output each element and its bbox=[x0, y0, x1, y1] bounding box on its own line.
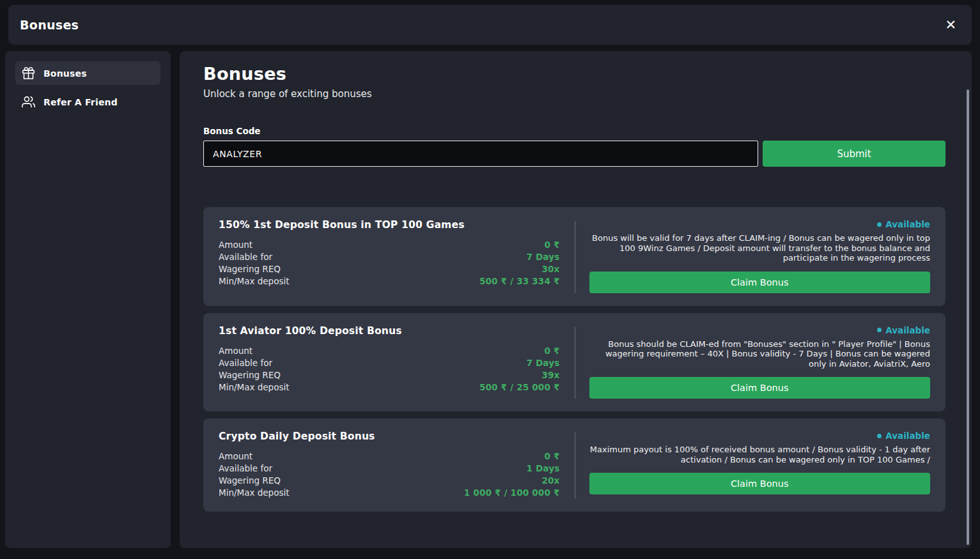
bonus-card-list: 150% 1st Deposit Bonus in TOP 100 Games … bbox=[203, 207, 945, 512]
status-badge: Available bbox=[877, 325, 930, 335]
bonus-card-details: Crypto Daily Deposit Bonus Amount 0 ₹ Av… bbox=[219, 431, 560, 499]
stat-row: Wagering REQ 39x bbox=[219, 369, 560, 381]
bonus-card-details: 1st Aviator 100% Deposit Bonus Amount 0 … bbox=[219, 325, 560, 399]
stat-value: 500 ₹ / 25 000 ₹ bbox=[479, 381, 560, 394]
sidebar-item-refer-a-friend[interactable]: Refer A Friend bbox=[15, 90, 160, 114]
stat-value: 1 000 ₹ / 100 000 ₹ bbox=[464, 487, 560, 499]
status-badge: Available bbox=[877, 431, 930, 441]
submit-button[interactable]: Submit bbox=[763, 141, 945, 167]
bonus-code-input[interactable] bbox=[203, 141, 758, 167]
stat-label: Min/Max deposit bbox=[219, 381, 290, 394]
status-dot-icon bbox=[877, 222, 882, 227]
claim-bonus-button[interactable]: Claim Bonus bbox=[589, 473, 931, 494]
stat-value: 39x bbox=[541, 369, 559, 381]
bonus-card-title: 150% 1st Deposit Bonus in TOP 100 Games bbox=[219, 219, 560, 231]
stat-row: Amount 0 ₹ bbox=[219, 450, 560, 463]
bonus-card-title: Crypto Daily Deposit Bonus bbox=[219, 431, 560, 442]
bonus-card-actions: Available Maximum payout is 100% of rece… bbox=[589, 431, 931, 499]
stat-value: 7 Days bbox=[526, 251, 559, 263]
status-label: Available bbox=[885, 431, 930, 441]
sidebar-item-label: Bonuses bbox=[43, 68, 87, 79]
stat-label: Amount bbox=[219, 239, 253, 251]
modal-title: Bonuses bbox=[20, 18, 79, 32]
stat-label: Amount bbox=[219, 450, 253, 463]
stat-value: 500 ₹ / 33 334 ₹ bbox=[479, 275, 560, 287]
status-dot-icon bbox=[877, 328, 882, 332]
scrollbar[interactable] bbox=[967, 89, 969, 545]
bonuses-panel: Bonuses Unlock a range of exciting bonus… bbox=[180, 51, 972, 548]
bonus-code-row: Submit bbox=[203, 141, 945, 167]
sidebar: Bonuses Refer A Friend bbox=[5, 51, 171, 548]
stat-label: Available for bbox=[219, 357, 272, 369]
gift-icon bbox=[22, 66, 35, 80]
bonus-description: Maximum payout is 100% of received bonus… bbox=[589, 445, 931, 464]
users-icon bbox=[22, 95, 35, 109]
bonus-code-label: Bonus Code bbox=[203, 126, 945, 136]
bonus-card-title: 1st Aviator 100% Deposit Bonus bbox=[219, 325, 560, 337]
stat-value: 0 ₹ bbox=[544, 239, 559, 251]
status-label: Available bbox=[885, 219, 930, 229]
stat-value: 1 Days bbox=[526, 463, 559, 475]
stat-label: Amount bbox=[219, 345, 253, 357]
stat-row: Min/Max deposit 1 000 ₹ / 100 000 ₹ bbox=[219, 487, 560, 499]
stat-label: Available for bbox=[219, 463, 272, 475]
stat-row: Min/Max deposit 500 ₹ / 33 334 ₹ bbox=[219, 275, 560, 287]
stat-row: Min/Max deposit 500 ₹ / 25 000 ₹ bbox=[219, 381, 560, 394]
stat-label: Min/Max deposit bbox=[219, 275, 290, 287]
stat-label: Wagering REQ bbox=[219, 369, 281, 381]
claim-bonus-button[interactable]: Claim Bonus bbox=[589, 272, 931, 293]
stat-row: Amount 0 ₹ bbox=[219, 239, 560, 251]
stat-row: Available for 1 Days bbox=[219, 463, 560, 475]
bonus-card-details: 150% 1st Deposit Bonus in TOP 100 Games … bbox=[219, 219, 560, 293]
stat-row: Wagering REQ 20x bbox=[219, 475, 560, 487]
stat-label: Min/Max deposit bbox=[219, 487, 290, 499]
bonus-card: Crypto Daily Deposit Bonus Amount 0 ₹ Av… bbox=[203, 418, 945, 512]
card-divider bbox=[575, 221, 575, 293]
status-dot-icon bbox=[877, 434, 882, 438]
stat-label: Wagering REQ bbox=[219, 263, 281, 275]
status-badge: Available bbox=[877, 219, 930, 229]
page-title: Bonuses bbox=[203, 64, 945, 84]
stat-value: 20x bbox=[541, 475, 559, 487]
close-icon[interactable]: ✕ bbox=[945, 19, 956, 32]
status-label: Available bbox=[885, 325, 930, 335]
stat-value: 0 ₹ bbox=[544, 450, 559, 463]
stat-row: Available for 7 Days bbox=[219, 251, 560, 263]
stat-value: 7 Days bbox=[526, 357, 559, 369]
bonus-description: Bonus should be CLAIM-ed from "Bonuses" … bbox=[589, 339, 931, 369]
page-subtitle: Unlock a range of exciting bonuses bbox=[203, 88, 945, 100]
bonus-card-actions: Available Bonus will be valid for 7 days… bbox=[589, 219, 931, 293]
stat-label: Available for bbox=[219, 251, 272, 263]
stat-value: 0 ₹ bbox=[544, 345, 559, 357]
stat-value: 30x bbox=[541, 263, 559, 275]
stat-row: Available for 7 Days bbox=[219, 357, 560, 369]
stat-row: Amount 0 ₹ bbox=[219, 345, 560, 357]
claim-bonus-button[interactable]: Claim Bonus bbox=[589, 377, 931, 399]
modal-header: Bonuses ✕ bbox=[8, 5, 972, 45]
bonus-description: Bonus will be valid for 7 days after CLA… bbox=[589, 233, 931, 263]
stat-row: Wagering REQ 30x bbox=[219, 263, 560, 275]
sidebar-item-bonuses[interactable]: Bonuses bbox=[15, 61, 160, 85]
bonus-card: 1st Aviator 100% Deposit Bonus Amount 0 … bbox=[203, 313, 945, 412]
bonus-card: 150% 1st Deposit Bonus in TOP 100 Games … bbox=[203, 207, 945, 306]
stat-label: Wagering REQ bbox=[219, 475, 281, 487]
card-divider bbox=[575, 327, 575, 399]
card-divider bbox=[575, 433, 575, 499]
sidebar-item-label: Refer A Friend bbox=[43, 97, 118, 107]
bonus-card-actions: Available Bonus should be CLAIM-ed from … bbox=[589, 325, 931, 399]
